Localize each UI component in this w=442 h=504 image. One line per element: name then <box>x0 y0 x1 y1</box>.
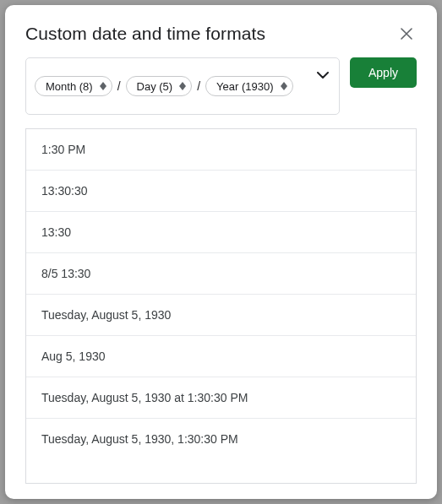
chip-label: Day (5) <box>137 80 173 93</box>
chip-day[interactable]: Day (5) <box>126 76 193 96</box>
add-format-part-button[interactable] <box>315 68 330 83</box>
examples-list[interactable]: 1:30 PM 13:30:30 13:30 8/5 13:30 Tuesday… <box>26 129 416 483</box>
chip-label: Year (1930) <box>216 80 273 93</box>
list-item[interactable]: Aug 5, 1930 <box>26 336 416 377</box>
close-icon <box>401 28 412 40</box>
close-button[interactable] <box>396 24 417 44</box>
chip-year[interactable]: Year (1930) <box>205 76 292 96</box>
chevron-down-icon <box>317 72 329 79</box>
separator: / <box>195 79 202 93</box>
examples-list-container: 1:30 PM 13:30:30 13:30 8/5 13:30 Tuesday… <box>25 128 417 484</box>
list-item[interactable]: 1:30 PM <box>26 129 416 171</box>
chip-stepper-icon[interactable] <box>281 82 287 90</box>
chip-stepper-icon[interactable] <box>100 82 106 90</box>
chip-label: Month (8) <box>46 80 93 93</box>
chip-month[interactable]: Month (8) <box>35 76 112 96</box>
list-item[interactable]: Tuesday, August 5, 1930 at 1:30:30 PM <box>26 377 416 419</box>
chip-stepper-icon[interactable] <box>179 82 186 90</box>
list-item[interactable]: 13:30:30 <box>26 171 416 212</box>
custom-datetime-dialog: Custom date and time formats Month (8) /… <box>5 5 437 499</box>
dialog-header: Custom date and time formats <box>25 24 417 44</box>
list-item[interactable]: Tuesday, August 5, 1930, 1:30:30 PM <box>26 419 416 459</box>
list-item[interactable]: 13:30 <box>26 212 416 253</box>
controls-row: Month (8) / Day (5) / Year (1930 <box>25 57 417 115</box>
separator: / <box>116 79 123 93</box>
apply-button[interactable]: Apply <box>350 57 417 88</box>
format-input[interactable]: Month (8) / Day (5) / Year (1930 <box>25 57 340 115</box>
list-item[interactable]: 8/5 13:30 <box>26 253 416 295</box>
list-item[interactable]: Tuesday, August 5, 1930 <box>26 295 416 336</box>
dialog-title: Custom date and time formats <box>25 24 265 44</box>
